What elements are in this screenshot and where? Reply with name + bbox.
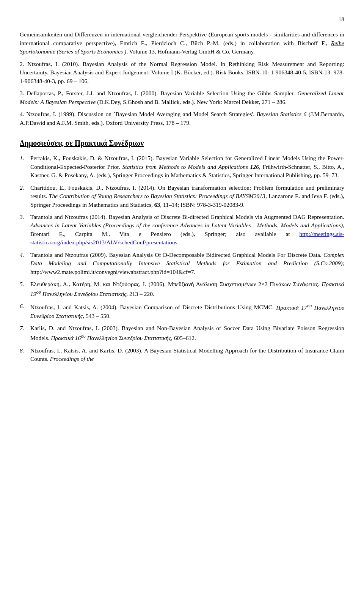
- conf-ref-5: 5. Ελευθεράκη, Α., Κατέρη, Μ. και Ντζούφ…: [20, 280, 344, 298]
- conf-ref-4: 4. Tarantola and Ntzoufras (2009). Bayes…: [20, 251, 344, 276]
- conference-references-list: 1. Perrakis, K., Fouskakis, D. & Ntzoufr…: [20, 154, 344, 363]
- section-heading: Δημοσιεύσεις σε Πρακτικά Συνέδριων: [20, 138, 344, 149]
- intro-paragraph: Gemeinsamkeiten und Differenzen in inter…: [20, 30, 344, 56]
- conf-ref-2: 2. Charitidou, E., Fouskakis, D., Ntzouf…: [20, 184, 344, 209]
- conf-ref-8: 8. Ntzoufras, I., Katsis, A. and Karlis,…: [20, 346, 344, 363]
- conf-ref-3: 3. Tarantola and Ntzoufras (2014). Bayes…: [20, 213, 344, 247]
- ref-3: 3. Dellaportas, P., Forster, J.J. and Nt…: [20, 89, 344, 106]
- ref-4: 4. Ntzoufras, I. (1999). Discussion on `…: [20, 110, 344, 127]
- page-number: 18: [20, 15, 344, 24]
- ref-2: 2. Ntzoufras, I. (2010). Bayesian Analys…: [20, 60, 344, 85]
- conf-ref-3-link[interactable]: http://meetings.sis-statistica.org/index…: [30, 231, 344, 245]
- conf-ref-7: 7. Karlis, D. and Ntzoufras, I. (2003). …: [20, 324, 344, 342]
- conf-ref-6: 6. Ntzoufras, I. and Katsis, A. (2004). …: [20, 302, 344, 320]
- conf-ref-1: 1. Perrakis, K., Fouskakis, D. & Ntzoufr…: [20, 154, 344, 179]
